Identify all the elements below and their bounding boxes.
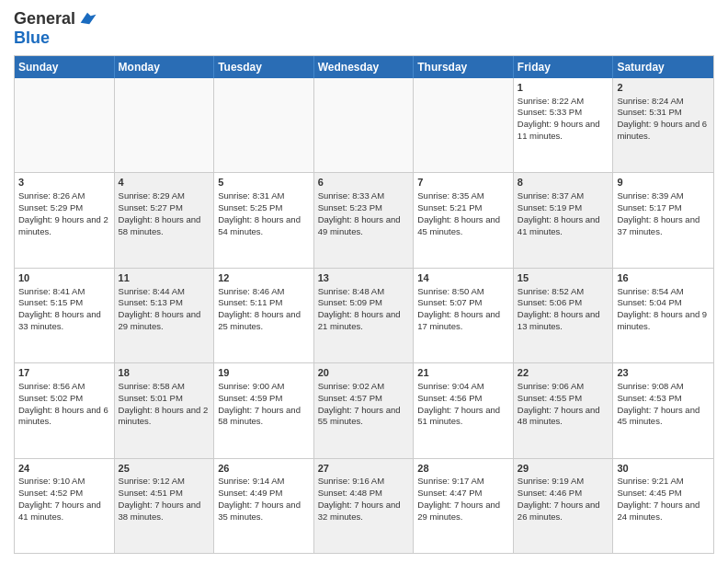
day-info: Sunrise: 8:48 AM	[318, 286, 410, 298]
day-info: Sunrise: 9:08 AM	[617, 381, 710, 393]
calendar-cell: 4Sunrise: 8:29 AMSunset: 5:27 PMDaylight…	[115, 173, 215, 267]
day-info: Sunrise: 8:54 AM	[617, 286, 710, 298]
day-info: Daylight: 8 hours and 21 minutes.	[318, 309, 410, 333]
day-number: 29	[518, 462, 609, 476]
day-info: Sunrise: 8:37 AM	[518, 190, 609, 202]
calendar-cell: 8Sunrise: 8:37 AMSunset: 5:19 PMDaylight…	[514, 173, 614, 267]
calendar-cell	[414, 78, 514, 172]
calendar-cell: 21Sunrise: 9:04 AMSunset: 4:56 PMDayligh…	[414, 363, 514, 457]
day-info: Daylight: 8 hours and 45 minutes.	[417, 214, 509, 238]
calendar-cell: 10Sunrise: 8:41 AMSunset: 5:15 PMDayligh…	[15, 269, 115, 362]
day-info: Daylight: 7 hours and 26 minutes.	[518, 500, 609, 523]
calendar-cell: 9Sunrise: 8:39 AMSunset: 5:17 PMDaylight…	[613, 173, 713, 267]
day-info: Sunrise: 8:33 AM	[318, 190, 410, 202]
day-info: Daylight: 8 hours and 49 minutes.	[318, 214, 410, 238]
day-info: Daylight: 8 hours and 17 minutes.	[417, 309, 509, 333]
calendar-cell: 6Sunrise: 8:33 AMSunset: 5:23 PMDaylight…	[314, 173, 415, 267]
day-info: Sunrise: 9:02 AM	[318, 381, 410, 393]
page: General Blue SundayMondayTuesdayWednesda…	[0, 0, 728, 563]
weekday-header: Wednesday	[314, 56, 415, 78]
logo: General Blue	[14, 9, 97, 48]
calendar-cell: 28Sunrise: 9:17 AMSunset: 4:47 PMDayligh…	[414, 459, 514, 553]
day-info: Sunset: 4:55 PM	[518, 393, 609, 405]
day-info: Daylight: 7 hours and 32 minutes.	[318, 500, 410, 523]
day-info: Daylight: 9 hours and 6 minutes.	[617, 119, 710, 143]
calendar-cell: 25Sunrise: 9:12 AMSunset: 4:51 PMDayligh…	[115, 459, 215, 553]
day-info: Sunrise: 8:29 AM	[119, 190, 210, 202]
day-info: Daylight: 8 hours and 29 minutes.	[119, 309, 210, 333]
day-info: Sunrise: 8:24 AM	[617, 96, 710, 108]
calendar-cell: 17Sunrise: 8:56 AMSunset: 5:02 PMDayligh…	[15, 363, 115, 457]
day-info: Sunset: 4:56 PM	[417, 393, 509, 405]
calendar-cell: 18Sunrise: 8:58 AMSunset: 5:01 PMDayligh…	[115, 363, 215, 457]
day-number: 19	[218, 366, 310, 380]
day-number: 12	[218, 271, 310, 285]
calendar-header: SundayMondayTuesdayWednesdayThursdayFrid…	[15, 56, 713, 78]
day-info: Daylight: 8 hours and 9 minutes.	[617, 309, 710, 333]
day-number: 15	[518, 271, 609, 285]
day-info: Sunrise: 8:41 AM	[18, 286, 110, 298]
calendar-cell: 23Sunrise: 9:08 AMSunset: 4:53 PMDayligh…	[613, 363, 713, 457]
day-number: 13	[318, 271, 410, 285]
day-number: 6	[318, 176, 410, 190]
day-number: 8	[518, 176, 609, 190]
day-number: 1	[518, 81, 609, 95]
day-info: Daylight: 7 hours and 45 minutes.	[617, 405, 710, 429]
day-info: Sunset: 4:49 PM	[218, 488, 310, 500]
calendar-cell: 24Sunrise: 9:10 AMSunset: 4:52 PMDayligh…	[15, 459, 115, 553]
calendar-cell: 15Sunrise: 8:52 AMSunset: 5:06 PMDayligh…	[514, 269, 614, 362]
day-info: Sunrise: 8:31 AM	[218, 190, 310, 202]
calendar-cell: 1Sunrise: 8:22 AMSunset: 5:33 PMDaylight…	[514, 78, 614, 172]
day-info: Sunrise: 8:39 AM	[617, 190, 710, 202]
day-info: Sunset: 4:47 PM	[417, 488, 509, 500]
day-number: 23	[617, 366, 710, 380]
day-number: 9	[617, 176, 710, 190]
day-info: Sunset: 5:25 PM	[218, 202, 310, 214]
day-info: Sunrise: 9:04 AM	[417, 381, 509, 393]
weekday-header: Thursday	[414, 56, 514, 78]
day-info: Daylight: 8 hours and 13 minutes.	[518, 309, 609, 333]
day-info: Daylight: 7 hours and 38 minutes.	[119, 500, 210, 523]
day-number: 28	[417, 462, 509, 476]
weekday-header: Monday	[115, 56, 215, 78]
day-info: Sunrise: 9:16 AM	[318, 476, 410, 488]
calendar-cell: 11Sunrise: 8:44 AMSunset: 5:13 PMDayligh…	[115, 269, 215, 362]
day-number: 4	[119, 176, 210, 190]
day-number: 18	[119, 366, 210, 380]
day-info: Sunset: 5:23 PM	[318, 202, 410, 214]
day-info: Sunset: 5:09 PM	[318, 297, 410, 309]
calendar-cell	[15, 78, 115, 172]
calendar-row: 17Sunrise: 8:56 AMSunset: 5:02 PMDayligh…	[15, 363, 713, 458]
day-info: Sunset: 5:11 PM	[218, 297, 310, 309]
day-info: Sunset: 5:07 PM	[417, 297, 509, 309]
calendar-row: 3Sunrise: 8:26 AMSunset: 5:29 PMDaylight…	[15, 173, 713, 268]
logo-blue: Blue	[14, 29, 97, 48]
day-info: Sunrise: 8:56 AM	[18, 381, 110, 393]
weekday-header: Sunday	[15, 56, 115, 78]
day-info: Sunrise: 9:00 AM	[218, 381, 310, 393]
day-info: Sunrise: 9:06 AM	[518, 381, 609, 393]
day-info: Daylight: 8 hours and 54 minutes.	[218, 214, 310, 238]
calendar-body: 1Sunrise: 8:22 AMSunset: 5:33 PMDaylight…	[15, 78, 713, 553]
day-info: Daylight: 9 hours and 11 minutes.	[518, 119, 609, 143]
calendar-row: 1Sunrise: 8:22 AMSunset: 5:33 PMDaylight…	[15, 78, 713, 173]
logo-bird-icon	[77, 9, 97, 29]
day-info: Sunset: 5:13 PM	[119, 297, 210, 309]
day-number: 16	[617, 271, 710, 285]
day-info: Sunset: 5:31 PM	[617, 107, 710, 119]
day-number: 3	[18, 176, 110, 190]
weekday-header: Friday	[514, 56, 614, 78]
day-info: Sunset: 5:04 PM	[617, 297, 710, 309]
day-info: Sunset: 5:29 PM	[18, 202, 110, 214]
calendar-cell: 2Sunrise: 8:24 AMSunset: 5:31 PMDaylight…	[613, 78, 713, 172]
day-number: 5	[218, 176, 310, 190]
day-info: Sunrise: 8:46 AM	[218, 286, 310, 298]
svg-marker-0	[81, 13, 97, 24]
day-info: Daylight: 8 hours and 6 minutes.	[18, 405, 110, 429]
day-info: Daylight: 8 hours and 58 minutes.	[119, 214, 210, 238]
calendar-cell: 7Sunrise: 8:35 AMSunset: 5:21 PMDaylight…	[414, 173, 514, 267]
day-info: Sunrise: 9:19 AM	[518, 476, 609, 488]
weekday-header: Tuesday	[214, 56, 314, 78]
day-info: Sunset: 4:57 PM	[318, 393, 410, 405]
day-number: 17	[18, 366, 110, 380]
